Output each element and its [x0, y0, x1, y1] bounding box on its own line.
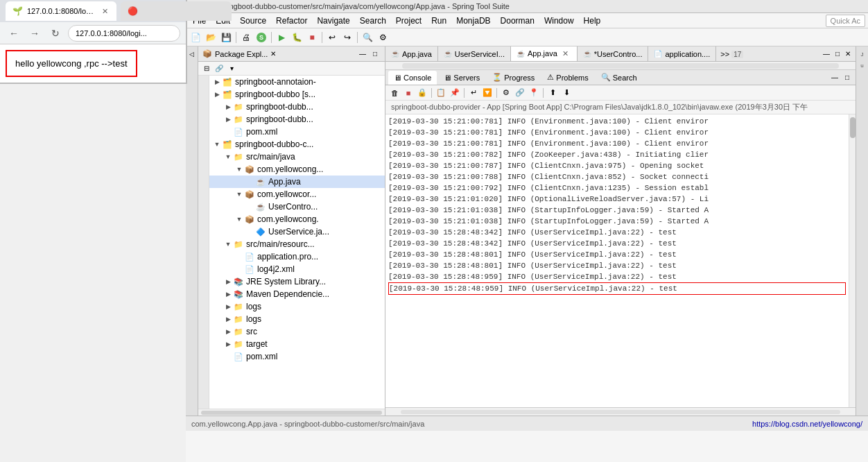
forward-button[interactable]: →	[26, 25, 43, 42]
editor-tab-close-2[interactable]: ✕	[560, 48, 571, 59]
tree-item-18[interactable]: ▶ 📁 logs	[209, 300, 385, 313]
tree-item-5[interactable]: ▼ 🗂️ springboot-dubbo-c...	[209, 138, 385, 151]
pkg-collapse-all[interactable]: ⊟	[201, 63, 212, 74]
tree-item-4[interactable]: 📄 pom.xml	[209, 126, 385, 138]
toolbar-redo[interactable]: ↪	[340, 31, 354, 44]
tree-item-21[interactable]: ▶ 📁 target	[209, 338, 385, 350]
console-paste-btn[interactable]: 📌	[449, 87, 461, 99]
console-clear-btn[interactable]: 🗑	[388, 87, 401, 99]
editor-tab-3[interactable]: ☕ *UserContro...	[578, 46, 649, 62]
console-hscroll[interactable]	[385, 407, 856, 416]
console-minimize-btn[interactable]: —	[829, 72, 840, 83]
toolbar-spring[interactable]: S	[254, 31, 268, 44]
editor-tab-4[interactable]: 📄 application....	[648, 46, 716, 62]
browser-tab-active[interactable]: 🌱 127.0.0.1:8080/login/test ✕	[6, 1, 116, 21]
menu-project[interactable]: Project	[392, 15, 426, 27]
console-pin-btn[interactable]: 📍	[528, 87, 540, 99]
menu-navigate[interactable]: Navigate	[313, 15, 354, 27]
console-tab-servers[interactable]: 🖥 Servers	[438, 71, 485, 85]
pkg-link-editor[interactable]: 🔗	[214, 63, 225, 74]
menu-source[interactable]: Source	[236, 15, 270, 27]
pkg-hscroll-thumb[interactable]	[201, 411, 382, 415]
tree-item-1[interactable]: ▶ 🗂️ springboot-dubbo [s...	[209, 88, 385, 101]
editor-tab-0[interactable]: ☕ App.java	[385, 46, 438, 62]
tree-item-11[interactable]: ▼ 📦 com.yellowcong.	[209, 213, 385, 225]
refresh-button[interactable]: ↻	[47, 25, 64, 42]
tree-item-22[interactable]: 📄 pom.xml	[209, 350, 385, 363]
editor-tab-1[interactable]: ☕ UserServiceI...	[438, 46, 511, 62]
tree-item-12[interactable]: 🔷 UserService.ja...	[209, 225, 385, 238]
quick-access-input[interactable]: Quick Ac	[826, 15, 865, 27]
toolbar-print[interactable]: 🖨	[239, 31, 253, 44]
console-wrap-btn[interactable]: ↵	[467, 87, 480, 99]
console-filter-btn[interactable]: 🔽	[481, 87, 494, 99]
menu-refactor[interactable]: Refactor	[272, 15, 311, 27]
right-side-btn-1[interactable]: J	[858, 49, 867, 59]
panel-maximize-btn[interactable]: □	[370, 49, 381, 60]
browser-tab-close-1[interactable]: ✕	[101, 6, 110, 17]
tree-item-13[interactable]: ▼ 📁 src/main/resourc...	[209, 238, 385, 250]
console-scroll-lock-btn[interactable]: 🔒	[416, 87, 428, 99]
package-explorer-close-btn[interactable]: ✕	[270, 50, 276, 58]
editor-minimize-btn[interactable]: —	[821, 50, 832, 58]
tree-item-2[interactable]: ▶ 📁 springboot-dubb...	[209, 101, 385, 113]
toolbar-undo[interactable]: ↩	[325, 31, 339, 44]
tree-item-15[interactable]: 📄 log4j2.xml	[209, 263, 385, 275]
toolbar-search[interactable]: 🔍	[361, 31, 374, 44]
console-right-scroll[interactable]	[849, 114, 856, 407]
console-tab-progress[interactable]: ⏳ Progress	[487, 71, 540, 85]
console-stop-btn[interactable]: ■	[402, 87, 415, 99]
console-nav-down-btn[interactable]: ⬇	[560, 87, 573, 99]
tree-item-6[interactable]: ▼ 📁 src/main/java	[209, 151, 385, 163]
console-tab-problems[interactable]: ⚠ Problems	[541, 71, 593, 85]
address-input[interactable]	[68, 25, 180, 42]
panel-minimize-btn[interactable]: —	[357, 49, 368, 60]
toolbar-stop[interactable]: ■	[305, 31, 319, 44]
tree-item-16[interactable]: ▶ 📚 JRE System Library...	[209, 275, 385, 288]
editor-close-btn[interactable]: ✕	[843, 50, 853, 58]
menu-monjadb[interactable]: MonjaDB	[452, 15, 494, 27]
pkg-view-menu[interactable]: ▾	[226, 63, 237, 74]
package-tree[interactable]: ▶ 🗂️ springboot-annotaion- ▶ 🗂️ springbo…	[209, 76, 385, 409]
menu-search[interactable]: Search	[356, 15, 390, 27]
console-maximize-btn[interactable]: □	[842, 72, 853, 83]
console-nav-up-btn[interactable]: ⬆	[546, 87, 559, 99]
right-side-btn-2[interactable]: u	[858, 60, 867, 70]
tree-item-3[interactable]: ▶ 📁 springboot-dubb...	[209, 113, 385, 126]
tree-item-10[interactable]: ☕ UserContro...	[209, 200, 385, 213]
menu-help[interactable]: Help	[580, 15, 605, 27]
menu-doorman[interactable]: Doorman	[496, 15, 539, 27]
console-settings-btn[interactable]: ⚙	[500, 87, 512, 99]
browser-tab-inactive[interactable]: 🔴	[121, 1, 232, 21]
editor-tab-2[interactable]: ☕ App.java ✕	[511, 46, 578, 62]
menu-run[interactable]: Run	[427, 15, 451, 27]
tree-item-8[interactable]: ☕ App.java	[209, 176, 385, 188]
toolbar-settings[interactable]: ⚙	[376, 31, 390, 44]
tree-item-17[interactable]: ▶ 📚 Maven Dependencie...	[209, 288, 385, 300]
left-toggle-btn[interactable]: ◁	[187, 49, 197, 59]
toolbar-new[interactable]: 📄	[189, 31, 202, 44]
toolbar-debug[interactable]: 🐛	[290, 31, 304, 44]
back-button[interactable]: ←	[6, 25, 22, 42]
console-hscroll-track[interactable]	[401, 410, 840, 414]
console-tab-console[interactable]: 🖥 Console	[388, 71, 437, 85]
toolbar-save[interactable]: 💾	[219, 31, 233, 44]
tree-item-20[interactable]: ▶ 📁 src	[209, 325, 385, 338]
tree-item-0[interactable]: ▶ 🗂️ springboot-annotaion-	[209, 76, 385, 88]
vscroll-thumb[interactable]	[850, 117, 856, 138]
console-tab-search[interactable]: 🔍 Search	[596, 71, 643, 85]
console-copy-btn[interactable]: 📋	[435, 87, 447, 99]
toolbar-run[interactable]: ▶	[275, 31, 288, 44]
toolbar-open[interactable]: 📂	[204, 31, 218, 44]
tree-item-14[interactable]: 📄 application.pro...	[209, 250, 385, 263]
tree-item-19[interactable]: ▶ 📁 logs	[209, 313, 385, 325]
hscroll-track[interactable]	[402, 63, 839, 69]
editor-tab-more[interactable]: >> 17	[716, 50, 747, 58]
menu-window[interactable]: Window	[540, 15, 578, 27]
pkg-hscroll[interactable]	[198, 409, 385, 416]
tree-item-9[interactable]: ▼ 📦 com.yellowcor...	[209, 188, 385, 200]
editor-maximize-btn[interactable]: □	[833, 50, 842, 58]
tree-item-7[interactable]: ▼ 📦 com.yellowcong...	[209, 163, 385, 176]
editor-hscroll[interactable]	[385, 62, 856, 70]
console-open-btn[interactable]: 🔗	[514, 87, 526, 99]
